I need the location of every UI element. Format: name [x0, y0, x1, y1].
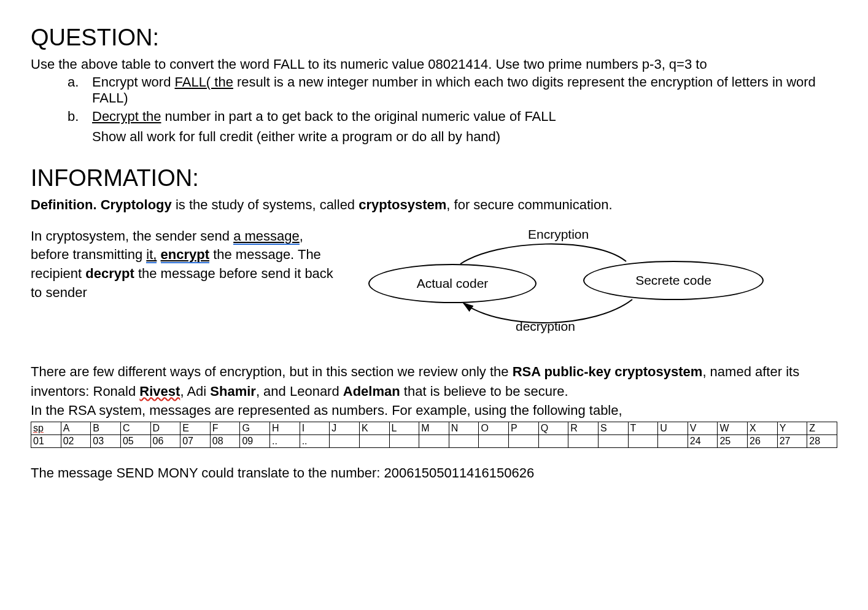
table-cell	[419, 435, 449, 448]
item-body: Decrypt the number in part a to get back…	[92, 109, 556, 125]
shamir-word: Shamir	[210, 384, 256, 399]
text: , and Leonard	[256, 384, 343, 399]
table-cell: D	[150, 422, 180, 435]
table-cell	[658, 435, 688, 448]
text: Secrete code	[635, 273, 711, 288]
text: Encrypt word	[92, 74, 175, 90]
table-row: spABCDEFGHIJKLMNOPQRSTUVWXYZ	[31, 422, 837, 435]
information-heading: INFORMATION:	[31, 165, 837, 191]
text	[157, 247, 160, 262]
crypto-diagram: Encryption Actual coder Secrete code dec…	[362, 227, 837, 344]
table-cell	[449, 435, 479, 448]
text: number in part a to get back to the orig…	[161, 109, 556, 124]
table-cell: S	[598, 422, 628, 435]
text: , for secure communication.	[446, 197, 612, 212]
diagram-label-decryption: decryption	[516, 319, 575, 334]
question-list: a. Encrypt word FALL( the result is a ne…	[31, 74, 837, 125]
question-item-b: b. Decrypt the number in part a to get b…	[68, 109, 837, 125]
definition-line: Definition. Cryptology is the study of s…	[31, 195, 837, 215]
adelman-word: Adelman	[343, 384, 400, 399]
table-cell: F	[210, 422, 240, 435]
table-cell	[359, 435, 389, 448]
item-marker: b.	[68, 109, 92, 125]
table-cell	[479, 435, 509, 448]
table-cell	[598, 435, 628, 448]
table-cell: Z	[807, 422, 837, 435]
item-marker: a.	[68, 74, 92, 106]
text: , Adi	[180, 384, 210, 399]
table-row: 0102030506070809....2425262728	[31, 435, 837, 448]
table-cell: C	[120, 422, 150, 435]
table-cell: ..	[270, 435, 300, 448]
table-cell: N	[449, 422, 479, 435]
text: In cryptosystem, the sender send	[31, 228, 233, 244]
question-subnote: Show all work for full credit (either wr…	[31, 127, 837, 147]
rsa-table-intro: In the RSA system, messages are represen…	[31, 401, 837, 420]
table-cell: J	[330, 422, 360, 435]
table-cell: X	[748, 422, 778, 435]
table-cell: 26	[748, 435, 778, 448]
table-cell: T	[628, 422, 658, 435]
text: is the study of systems, called	[172, 197, 358, 212]
table-cell	[628, 435, 658, 448]
table-cell: ..	[300, 435, 330, 448]
table-cell: 02	[61, 435, 91, 448]
info-row: In cryptosystem, the sender send a messa…	[31, 227, 837, 344]
table-cell: 03	[91, 435, 121, 448]
table-cell: H	[270, 422, 300, 435]
table-cell: P	[509, 422, 539, 435]
text: Actual coder	[417, 276, 489, 291]
question-heading: QUESTION:	[31, 25, 837, 51]
table-cell: 24	[688, 435, 718, 448]
table-cell: K	[359, 422, 389, 435]
table-cell	[568, 435, 599, 448]
table-cell: sp	[31, 422, 61, 435]
table-cell: W	[718, 422, 748, 435]
question-item-a: a. Encrypt word FALL( the result is a ne…	[68, 74, 837, 106]
spellcheck-word: it,	[146, 247, 157, 263]
def-term: Definition. Cryptology	[31, 197, 172, 212]
table-cell: 09	[240, 435, 270, 448]
diagram-label-encryption: Encryption	[528, 227, 589, 242]
table-cell: 08	[210, 435, 240, 448]
table-cell	[509, 435, 539, 448]
table-cell: 27	[777, 435, 807, 448]
table-cell: A	[61, 422, 91, 435]
spellcheck-word: a message	[233, 228, 300, 245]
underlined-text: FALL( the	[175, 74, 233, 90]
table-cell	[389, 435, 419, 448]
table-cell: L	[389, 422, 419, 435]
table-cell: V	[688, 422, 718, 435]
example-line: The message SEND MONY could translate to…	[31, 463, 837, 483]
rivest-word: Rivest	[139, 384, 180, 399]
table-cell: 01	[31, 435, 61, 448]
table-cell: U	[658, 422, 688, 435]
text: before transmitting	[31, 247, 146, 262]
table-cell	[538, 435, 568, 448]
table-cell: M	[419, 422, 449, 435]
table-cell	[330, 435, 360, 448]
encrypt-word: encrypt	[161, 247, 209, 263]
underlined-text: Decrypt the	[92, 109, 161, 124]
table-cell: Y	[777, 422, 807, 435]
table-cell: O	[479, 422, 509, 435]
rsa-name: RSA public-key cryptosystem	[513, 364, 703, 379]
table-cell: R	[568, 422, 599, 435]
diagram-oval-actual-coder: Actual coder	[368, 264, 537, 303]
table-cell: I	[300, 422, 330, 435]
table-cell: G	[240, 422, 270, 435]
table-cell: 07	[180, 435, 211, 448]
item-body: Encrypt word FALL( the result is a new i…	[92, 74, 837, 106]
crypto-paragraph: In cryptosystem, the sender send a messa…	[31, 227, 338, 303]
text: ,	[300, 228, 303, 244]
table-cell: Q	[538, 422, 568, 435]
rsa-paragraph: There are few different ways of encrypti…	[31, 362, 837, 401]
table-cell: 05	[120, 435, 150, 448]
table-cell: 06	[150, 435, 180, 448]
letter-table: spABCDEFGHIJKLMNOPQRSTUVWXYZ 01020305060…	[31, 422, 837, 448]
diagram-oval-secrete-code: Secrete code	[583, 261, 764, 300]
table-cell: B	[91, 422, 121, 435]
question-intro: Use the above table to convert the word …	[31, 55, 837, 74]
table-cell: E	[180, 422, 211, 435]
table-cell: 25	[718, 435, 748, 448]
